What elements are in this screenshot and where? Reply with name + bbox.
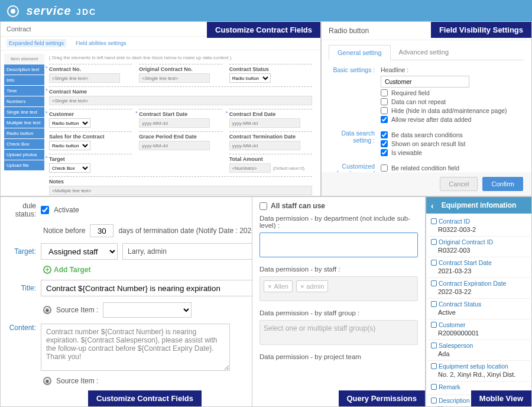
badge-mobile: Mobile View — [471, 390, 531, 406]
txt-search-shown: Shown on search result list — [391, 140, 465, 147]
chk-activate[interactable] — [41, 206, 49, 214]
panel-mobile-view: ‹ Equipment infomation Contract IDR0322-… — [426, 196, 532, 407]
item-key: Contract Status — [431, 301, 527, 308]
elem-description[interactable]: Description text — [4, 64, 44, 75]
input-notice-days[interactable] — [90, 224, 113, 237]
item-value: R0322-003 — [431, 246, 527, 255]
box-perm-dept[interactable] — [259, 232, 418, 257]
input-grace[interactable] — [139, 141, 210, 150]
lbl-start-date: Contract Start Date — [139, 111, 222, 117]
tag-allen[interactable]: ×Allen — [264, 280, 293, 292]
confirm-button[interactable]: Confirm — [482, 177, 523, 191]
logo-icon — [7, 5, 19, 17]
close-icon[interactable]: × — [268, 283, 271, 290]
lbl-grace: Grace Period End Date — [139, 134, 222, 140]
list-item[interactable]: Contract Expiration Date2022-03-22 — [427, 278, 530, 299]
txt-rel-cond: Be related condition field — [391, 164, 459, 172]
elem-time[interactable]: Time — [4, 86, 44, 96]
item-key: Customer — [431, 321, 527, 328]
tag-admin[interactable]: ×admin — [296, 280, 328, 292]
source-icon: ◉ — [43, 306, 51, 314]
chk-norepeat[interactable] — [381, 98, 388, 105]
list-item[interactable]: Contract StatusActive — [427, 299, 530, 319]
tab-field-abilities[interactable]: Field abilities settings — [73, 39, 129, 47]
brand-sub: JDC — [76, 7, 96, 17]
box-perm-staff[interactable]: ×Allen ×admin — [259, 276, 418, 301]
input-start-date[interactable] — [139, 118, 210, 128]
lbl-contract-name: Contract Name — [49, 89, 312, 95]
txt-notice-before: Notice before — [43, 227, 85, 235]
elem-info[interactable]: Info — [4, 75, 44, 85]
canvas-hint: ( Drag the elements in left hand side to… — [49, 54, 312, 64]
sel-sales[interactable]: Radio button — [49, 141, 90, 150]
sel-status[interactable]: Radio button — [229, 73, 271, 83]
lbl-contract-no: Contract No. — [49, 66, 132, 72]
tab-general[interactable]: General setting — [329, 45, 391, 60]
close-icon[interactable]: × — [300, 283, 304, 290]
chk-search-shown[interactable] — [381, 140, 388, 147]
input-notes[interactable] — [49, 186, 312, 195]
list-item[interactable]: Original Contract IDR0322-003 — [427, 237, 530, 257]
chk-search-cond[interactable] — [381, 131, 388, 138]
lbl-sales: Sales for the Contract — [49, 134, 132, 140]
elem-upload-photo[interactable]: Upload photos — [4, 150, 44, 160]
input-contract-name[interactable] — [49, 96, 312, 105]
lbl-term: Contract Termination Date — [229, 134, 312, 140]
elem-radio[interactable]: Radio button — [4, 128, 44, 138]
elem-checkbox[interactable]: Check Box — [4, 139, 44, 149]
list-item[interactable]: Contract Start Date2021-03-23 — [427, 257, 530, 278]
list-item[interactable]: SalespersonAda — [427, 340, 530, 361]
input-headline[interactable] — [381, 76, 469, 88]
sel-source-item[interactable] — [103, 302, 192, 318]
txt-notice-after: days of termination date (Notify Date : … — [118, 227, 265, 235]
badge-query: Query Permissions — [339, 390, 426, 406]
back-icon[interactable]: ‹ — [431, 201, 434, 211]
input-contract-no[interactable] — [49, 73, 120, 83]
lbl-schedule-status: dule status: — [7, 202, 36, 218]
elem-multi-line[interactable]: Multiple line text — [4, 118, 44, 128]
chk-required[interactable] — [381, 89, 388, 96]
chk-rel-cond[interactable] — [381, 164, 388, 172]
lbl-end-date: Contract End Date — [229, 111, 312, 117]
lbl-perm-dept: Data permission - by department (not inc… — [259, 215, 418, 229]
chk-viewable[interactable] — [381, 149, 388, 156]
input-orig-contract[interactable] — [139, 73, 210, 83]
box-perm-group[interactable]: Select one or multiple staff group(s) — [259, 320, 418, 345]
tab-expanded-fields[interactable]: Expanded field settings — [7, 39, 66, 47]
chk-hide[interactable] — [381, 107, 388, 114]
item-key: Remark — [431, 383, 527, 390]
input-term[interactable] — [229, 141, 300, 150]
lbl-target: Target: — [7, 247, 36, 256]
chk-revise[interactable] — [381, 116, 388, 123]
badge-customize: Customize Contract Fields — [207, 22, 320, 38]
cancel-button[interactable]: Cancel — [440, 177, 478, 191]
badge-visibility: Field Visibility Settings — [431, 22, 531, 38]
sel-target[interactable]: Check Box — [49, 163, 90, 173]
lbl-search: Data search setting : — [330, 130, 381, 158]
elem-upload-file[interactable]: Upload file — [4, 160, 44, 170]
input-end-date[interactable] — [229, 118, 300, 128]
list-item[interactable]: Contract IDR0322-003-2 — [427, 216, 530, 237]
elem-single-line[interactable]: Single line text — [4, 107, 44, 117]
sel-target-type[interactable]: Assigned staff — [41, 243, 118, 260]
lbl-status: Contract Status — [229, 66, 312, 72]
sel-customer[interactable]: Radio button — [49, 118, 90, 128]
tab-advanced[interactable]: Advanced setting — [391, 45, 457, 60]
mobile-title: Equipment infomation — [442, 201, 517, 209]
elem-numbers[interactable]: Numbers — [4, 96, 44, 106]
brand-text: service — [27, 4, 72, 17]
mobile-list: Contract IDR0322-003-2Original Contract … — [426, 214, 531, 407]
list-item[interactable]: CustomerR2009000001 — [427, 319, 530, 340]
input-total[interactable] — [229, 163, 271, 173]
txt-hide: Hide (hide in data add/maintenance page) — [391, 107, 507, 114]
txt-activate: Activate — [54, 206, 79, 214]
add-target-button[interactable]: +Add Target — [43, 266, 90, 274]
list-item[interactable]: Equipment setup locationNo. 2, Xinyi Rd.… — [427, 361, 530, 382]
lbl-content: Content: — [7, 324, 36, 332]
lbl-headline: Headline : — [381, 66, 523, 73]
plus-icon: + — [43, 266, 51, 274]
badge-customize-2: Customize Contract Fields — [88, 390, 202, 406]
textarea-content[interactable] — [41, 324, 230, 371]
default-hint: (Default value=0) — [273, 166, 305, 170]
chk-all-staff[interactable] — [259, 202, 267, 210]
